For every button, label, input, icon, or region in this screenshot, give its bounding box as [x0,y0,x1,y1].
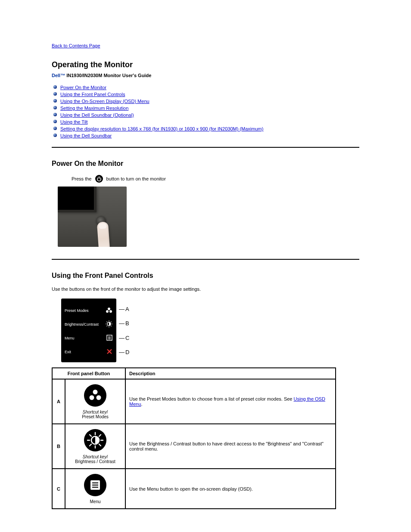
menu-icon [106,334,113,342]
svg-rect-4 [99,177,100,179]
front-panel-table: Front panel Button Description A [52,367,336,509]
press-prefix: Press the [72,176,93,181]
table-of-contents: Power On the Monitor Using the Front Pan… [52,84,359,139]
row-description: Use the Preset Modes button to choose fr… [125,379,336,424]
preset-modes-icon [105,307,113,314]
button-caption: Menu [69,499,121,504]
toc-link[interactable]: Setting the Maximum Resolution [60,106,128,111]
callout-a: A [119,306,129,312]
preset-modes-icon [69,384,121,408]
svg-line-13 [107,322,108,323]
back-to-contents-link[interactable]: Back to Contents Page [52,43,100,48]
svg-line-15 [111,322,112,323]
th-button: Front panel Button [52,368,125,379]
brightness-contrast-icon [69,429,121,453]
brand-name: Dell™ [52,73,65,78]
press-suffix: button to turn on the monitor [106,176,166,181]
panel-label-exit: Exit [65,350,106,354]
front-panel-intro: Use the buttons on the front of the moni… [52,286,359,292]
button-caption-text: Menu [90,499,100,504]
shortcut-key-label: Shortcut key [83,410,107,414]
power-icon [95,174,103,184]
svg-point-6 [106,310,109,313]
toc-link[interactable]: Using the Dell Soundbar (Optional) [60,112,134,118]
toc-link[interactable]: Setting the display resolution to 1366 x… [60,126,263,131]
button-caption-text: Preset Modes [82,414,109,419]
svg-point-24 [93,390,98,395]
desc-before: Use the Menu button to open the on-scree… [129,486,253,492]
callout-d: D [119,349,129,355]
svg-point-26 [97,395,101,400]
menu-icon [69,473,121,498]
button-caption-text: Brightness / Contrast [75,459,115,464]
panel-label-menu: Menu [65,336,106,340]
th-description: Description [125,368,336,379]
row-letter: B [52,424,65,469]
front-panel-diagram: Preset Modes Brightness/Contrast [61,299,139,362]
brightness-contrast-icon [105,320,113,329]
toc-link[interactable]: Power On the Monitor [60,85,106,90]
svg-point-25 [90,395,94,400]
button-caption: Shortcut key/ Brightness / Contrast [69,454,121,464]
divider [52,259,359,260]
table-row: B [52,424,336,469]
button-caption: Shortcut key/ Preset Modes [69,410,121,419]
page-subtitle: Dell™ IN1930/IN2030M Monitor User's Guid… [52,73,359,78]
toc-link[interactable]: Using the Front Panel Controls [60,92,125,97]
desc-after: . [141,401,143,407]
toc-link[interactable]: Using the On-Screen Display (OSD) Menu [60,99,149,104]
section-heading-power-on: Power On the Monitor [52,160,359,168]
svg-point-0 [95,175,103,183]
exit-icon [106,348,113,356]
page-title: Operating the Monitor [52,60,359,69]
row-letter: C [52,469,65,509]
toc-link[interactable]: Using the Tilt [60,119,88,124]
shortcut-key-label: Shortcut key [83,454,107,459]
callout-b: B [119,320,129,327]
table-row: A Shortcut key/ Preset Modes [52,379,336,424]
svg-line-16 [107,326,108,327]
row-letter: A [52,379,65,424]
monitor-power-photo [58,187,127,247]
row-description: Use the Brightness / Contrast button to … [125,424,336,469]
svg-point-23 [84,384,106,407]
subtitle-rest: IN1930/IN2030M Monitor User's Guide [65,73,151,78]
divider [52,147,359,148]
row-description: Use the Menu button to open the on-scree… [125,469,336,509]
toc-link[interactable]: Using the Dell Soundbar [60,133,112,138]
callout-c: C [119,335,129,341]
svg-point-5 [108,308,110,310]
press-instruction: Press the button to turn on the monitor [72,174,359,184]
svg-point-7 [109,310,112,313]
desc-before: Use the Brightness / Contrast button to … [129,441,324,451]
panel-label-preset-modes: Preset Modes [65,308,105,313]
panel-label-brightness-contrast: Brightness/Contrast [65,322,105,327]
table-row: C Menu [52,469,336,509]
svg-line-14 [111,326,112,327]
desc-before: Use the Preset Modes button to choose fr… [129,396,294,401]
section-heading-front-panel: Using the Front Panel Controls [52,272,359,280]
